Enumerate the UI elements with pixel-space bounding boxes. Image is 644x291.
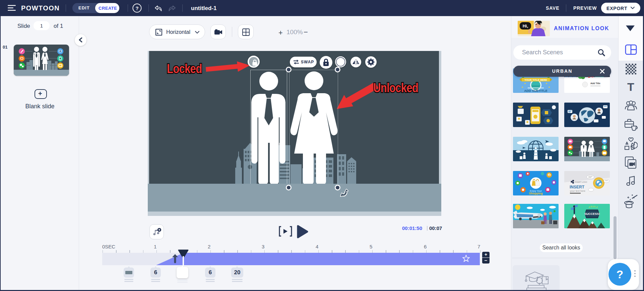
svg-text:?: ? xyxy=(135,5,138,11)
svg-text:your text here: your text here xyxy=(570,189,585,192)
svg-text:ADD SUBTITLE: ADD SUBTITLE xyxy=(524,89,548,93)
svg-text:Hi,: Hi, xyxy=(523,23,528,28)
svg-text:YOUR TITLE HERE: YOUR TITLE HERE xyxy=(524,78,547,81)
svg-text:Add Title: Add Title xyxy=(590,82,600,84)
svg-text:INSERT LOGO: INSERT LOGO xyxy=(575,181,587,183)
svg-text:Shopping: Shopping xyxy=(529,192,543,195)
svg-text:INSERT: INSERT xyxy=(570,185,585,189)
svg-text:SUCCESS!: SUCCESS! xyxy=(584,212,600,216)
